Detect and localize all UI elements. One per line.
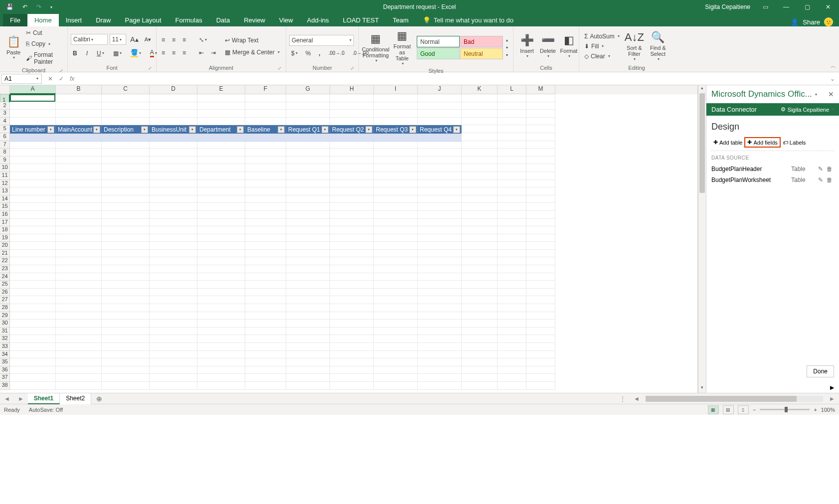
row-header[interactable]: 32 [0, 335, 10, 343]
cell[interactable] [10, 164, 56, 172]
cell[interactable] [150, 234, 197, 242]
undo-icon[interactable]: ↶ [22, 3, 27, 10]
row-header[interactable]: 4 [0, 118, 10, 126]
align-right-icon[interactable]: ≡ [180, 48, 188, 57]
cell[interactable] [286, 296, 330, 304]
cell[interactable] [418, 358, 462, 366]
column-header-J[interactable]: J [418, 85, 462, 94]
cell[interactable] [286, 242, 330, 250]
bold-button[interactable]: B [71, 49, 79, 58]
cell[interactable] [56, 141, 102, 149]
font-launcher-icon[interactable]: ⤢ [148, 66, 152, 71]
cell[interactable] [374, 234, 418, 242]
cell[interactable] [56, 281, 102, 289]
cell[interactable] [10, 335, 56, 343]
cell[interactable] [286, 187, 330, 195]
row-header[interactable]: 16 [0, 211, 10, 219]
tab-insert[interactable]: Insert [59, 14, 89, 26]
cell[interactable] [462, 374, 498, 382]
cell[interactable] [245, 366, 286, 374]
tab-review[interactable]: Review [237, 14, 272, 26]
cell[interactable] [286, 211, 330, 219]
cell[interactable] [56, 102, 102, 110]
cell[interactable] [462, 257, 498, 265]
cell[interactable] [245, 250, 286, 258]
number-launcher-icon[interactable]: ⤢ [350, 66, 354, 71]
cell[interactable] [245, 320, 286, 328]
cell[interactable] [10, 211, 56, 219]
find-select-button[interactable]: 🔍Find & Select▾ [647, 30, 669, 62]
cell[interactable] [330, 335, 374, 343]
cell[interactable] [197, 296, 245, 304]
cell[interactable] [286, 203, 330, 211]
cell[interactable] [330, 265, 374, 273]
cell[interactable] [374, 257, 418, 265]
cell[interactable] [150, 195, 197, 203]
filter-dropdown-icon[interactable]: ▾ [409, 126, 416, 133]
cell[interactable] [102, 289, 150, 297]
cell[interactable] [418, 250, 462, 258]
cell[interactable] [418, 328, 462, 336]
cell[interactable] [418, 102, 462, 110]
sheet-tab[interactable]: Sheet2 [60, 393, 91, 404]
cell[interactable] [462, 125, 498, 133]
cell[interactable] [462, 281, 498, 289]
cell[interactable] [286, 320, 330, 328]
cell[interactable] [286, 226, 330, 234]
cell[interactable] [462, 226, 498, 234]
cell[interactable] [374, 374, 418, 382]
cell[interactable] [418, 296, 462, 304]
tab-addins[interactable]: Add-ins [300, 14, 336, 26]
cell[interactable] [10, 351, 56, 359]
font-size-select[interactable]: 11▾ [110, 34, 127, 45]
cell[interactable] [498, 273, 526, 281]
cell[interactable] [102, 234, 150, 242]
cell[interactable] [330, 296, 374, 304]
cell[interactable] [150, 257, 197, 265]
cell[interactable] [330, 149, 374, 157]
cell[interactable] [526, 312, 555, 320]
cell[interactable] [418, 149, 462, 157]
cell[interactable] [10, 382, 56, 390]
clipboard-launcher-icon[interactable]: ⤢ [59, 68, 63, 73]
cell[interactable] [245, 203, 286, 211]
cell[interactable] [462, 289, 498, 297]
cell[interactable] [374, 366, 418, 374]
hscroll-thumb[interactable] [646, 396, 797, 402]
cell[interactable] [462, 312, 498, 320]
cell[interactable] [286, 172, 330, 180]
cell[interactable] [102, 304, 150, 312]
cell[interactable] [462, 195, 498, 203]
cell[interactable] [197, 118, 245, 126]
cell[interactable] [286, 195, 330, 203]
cell[interactable] [526, 102, 555, 110]
tab-page-layout[interactable]: Page Layout [118, 14, 168, 26]
cell[interactable] [418, 304, 462, 312]
filter-dropdown-icon[interactable]: ▾ [278, 126, 285, 133]
cell[interactable] [462, 250, 498, 258]
taskpane-dropdown-icon[interactable]: ▾ [815, 92, 817, 97]
cell[interactable] [374, 312, 418, 320]
cell[interactable] [286, 219, 330, 227]
cut-button[interactable]: ✂Cut [24, 28, 64, 37]
cell[interactable] [526, 203, 555, 211]
cell[interactable] [498, 250, 526, 258]
view-normal-icon[interactable]: ▦ [708, 405, 719, 414]
cell[interactable] [245, 281, 286, 289]
cell[interactable] [526, 257, 555, 265]
border-button[interactable]: ▦▾ [111, 49, 124, 58]
cell[interactable] [526, 320, 555, 328]
cell[interactable] [374, 289, 418, 297]
cell[interactable] [462, 149, 498, 157]
cell[interactable] [462, 164, 498, 172]
cell[interactable] [150, 335, 197, 343]
row-header[interactable]: 38 [0, 382, 10, 390]
cell[interactable] [526, 180, 555, 188]
underline-button[interactable]: U▾ [95, 49, 106, 58]
row-header[interactable]: 9 [0, 157, 10, 165]
sheet-nav-next-icon[interactable]: ► [14, 395, 28, 402]
tab-draw[interactable]: Draw [89, 14, 118, 26]
cell[interactable] [374, 304, 418, 312]
cell[interactable] [197, 234, 245, 242]
cell[interactable] [197, 382, 245, 390]
